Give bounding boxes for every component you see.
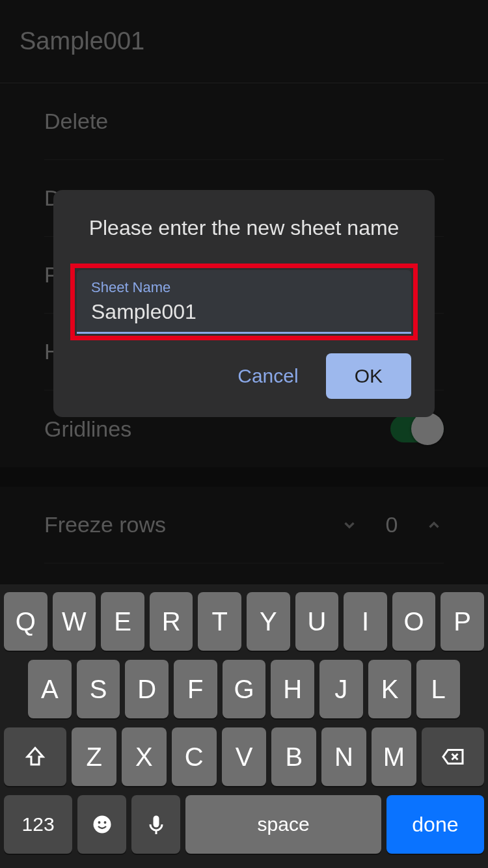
rename-sheet-dialog: Please enter the new sheet name Sheet Na… xyxy=(53,190,435,417)
key-q[interactable]: Q xyxy=(4,592,47,651)
key-e[interactable]: E xyxy=(101,592,144,651)
cancel-button[interactable]: Cancel xyxy=(232,355,303,398)
mic-key[interactable] xyxy=(131,795,180,854)
key-a[interactable]: A xyxy=(28,660,72,718)
svg-point-2 xyxy=(93,816,111,834)
key-v[interactable]: V xyxy=(222,727,267,786)
sheet-name-input[interactable] xyxy=(91,300,397,324)
emoji-key[interactable] xyxy=(77,795,126,854)
keyboard-row-3: Z X C V B N M xyxy=(4,727,484,786)
key-p[interactable]: P xyxy=(441,592,484,651)
key-s[interactable]: S xyxy=(77,660,120,718)
key-o[interactable]: O xyxy=(392,592,436,651)
key-k[interactable]: K xyxy=(368,660,412,718)
key-y[interactable]: Y xyxy=(247,592,290,651)
key-i[interactable]: I xyxy=(344,592,387,651)
key-c[interactable]: C xyxy=(172,727,217,786)
backspace-key[interactable] xyxy=(422,727,484,786)
svg-point-3 xyxy=(98,821,100,824)
dialog-title: Please enter the new sheet name xyxy=(77,216,411,240)
field-label: Sheet Name xyxy=(91,279,397,296)
done-key[interactable]: done xyxy=(386,795,484,854)
numbers-key[interactable]: 123 xyxy=(4,795,72,854)
key-n[interactable]: N xyxy=(321,727,366,786)
key-b[interactable]: B xyxy=(271,727,316,786)
keyboard-row-1: Q W E R T Y U I O P xyxy=(4,592,484,651)
on-screen-keyboard: Q W E R T Y U I O P A S D F G H J K L Z xyxy=(0,584,488,868)
key-j[interactable]: J xyxy=(319,660,363,718)
keyboard-row-2: A S D F G H J K L xyxy=(4,660,484,718)
key-m[interactable]: M xyxy=(372,727,416,786)
svg-point-4 xyxy=(103,821,106,824)
sheet-name-field[interactable]: Sheet Name xyxy=(77,270,411,334)
shift-key[interactable] xyxy=(4,727,66,786)
key-d[interactable]: D xyxy=(125,660,169,718)
space-key[interactable]: space xyxy=(185,795,381,854)
key-r[interactable]: R xyxy=(150,592,193,651)
key-g[interactable]: G xyxy=(223,660,266,718)
key-w[interactable]: W xyxy=(53,592,96,651)
key-x[interactable]: X xyxy=(122,727,167,786)
key-z[interactable]: Z xyxy=(72,727,116,786)
key-f[interactable]: F xyxy=(174,660,217,718)
dialog-actions: Cancel OK xyxy=(77,353,411,399)
annotation-highlight: Sheet Name xyxy=(70,264,418,340)
key-l[interactable]: L xyxy=(416,660,460,718)
keyboard-row-4: 123 space done xyxy=(4,795,484,854)
ok-button[interactable]: OK xyxy=(326,353,411,399)
key-t[interactable]: T xyxy=(198,592,241,651)
key-u[interactable]: U xyxy=(295,592,339,651)
svg-rect-5 xyxy=(153,816,159,828)
key-h[interactable]: H xyxy=(271,660,314,718)
